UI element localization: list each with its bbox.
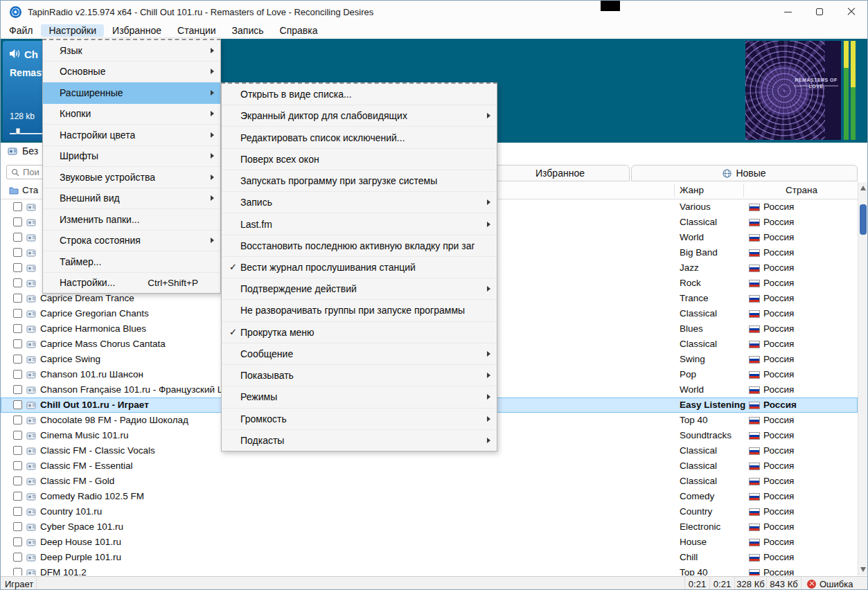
station-checkbox[interactable] [13,324,22,333]
station-row[interactable]: Cyber Space 101.ru Electronic Россия [1,519,858,535]
menubar-item[interactable]: Запись [224,24,272,37]
menu-item[interactable]: Громкость [222,409,497,430]
station-checkbox[interactable] [13,248,22,257]
station-checkbox[interactable] [13,476,22,485]
menubar-item[interactable]: Станции [170,24,224,37]
slider-thumb[interactable] [16,128,20,134]
menu-item[interactable]: Запись [222,192,497,213]
menu-item[interactable]: Не разворачивать группы при запуске прог… [222,300,497,321]
status-error[interactable]: Ошибка [801,577,867,590]
station-genre: House [680,537,707,547]
menu-item[interactable]: Last.fm [222,213,497,235]
maximize-button[interactable] [804,1,835,23]
tab-new-label: Новые [736,168,765,179]
column-header-station[interactable]: Ста [22,185,38,195]
app-icon[interactable] [10,6,21,18]
menu-item[interactable]: Показывать [222,365,497,386]
station-checkbox[interactable] [13,537,22,546]
station-checkbox[interactable] [13,553,22,562]
menu-item[interactable]: Язык [43,40,220,62]
station-country: Россия [763,369,794,379]
menu-item[interactable]: Настройки... Ctrl+Shift+P [43,273,220,294]
station-checkbox[interactable] [13,415,22,424]
menu-item[interactable]: Сообщение [222,343,497,365]
station-checkbox[interactable] [13,431,22,440]
station-checkbox[interactable] [13,217,22,226]
station-checkbox[interactable] [13,309,22,318]
title-bar[interactable]: TapinRadio v2.15.974 x64 - Chill Out 101… [1,1,867,23]
menu-item[interactable]: ✓ Прокрутка меню [222,322,497,343]
station-checkbox[interactable] [13,385,22,394]
station-row[interactable]: Country 101.ru Country Россия [1,504,858,519]
scroll-down-arrow-icon[interactable] [860,567,866,572]
station-checkbox[interactable] [13,233,22,242]
station-checkbox[interactable] [13,522,22,531]
station-country: Россия [763,491,794,501]
menubar-item[interactable]: Файл [1,24,40,37]
menu-item[interactable]: Шрифты [43,146,220,168]
menu-item[interactable]: Подкасты [222,430,497,451]
menu-item[interactable]: Подтверждение действий [222,278,497,300]
station-row[interactable]: DFM 101.2 Top 40 Россия [1,565,858,575]
station-country: Россия [763,506,794,517]
sort-option[interactable]: Без [8,145,38,157]
station-country: Россия [763,552,794,562]
station-checkbox[interactable] [13,294,22,303]
vertical-scrollbar[interactable] [858,182,868,575]
station-country: Россия [763,445,794,456]
menubar-item[interactable]: Настройки [41,24,104,37]
station-checkbox[interactable] [13,355,22,364]
station-row[interactable]: Classic FM - Gold Classical Россия [1,474,858,489]
station-checkbox[interactable] [13,278,22,287]
menu-item-label: Шрифты [60,150,98,161]
menu-item[interactable]: Кнопки [43,104,220,125]
menu-item[interactable]: Расширенные [43,82,220,104]
column-header-country[interactable]: Страна [786,185,817,195]
menu-item[interactable]: Восстановить последнюю активную вкладку … [222,235,497,257]
station-checkbox[interactable] [13,461,22,470]
station-genre: World [680,384,704,395]
column-header-genre[interactable]: Жанр [680,185,704,195]
menu-item[interactable]: Изменить папки... [43,209,220,231]
station-row[interactable]: Deep House 101.ru House Россия [1,535,858,550]
station-checkbox[interactable] [13,263,22,272]
menu-item[interactable]: Внешний вид [43,188,220,210]
menu-item-label: Поверх всех окон [240,154,319,165]
menu-item[interactable]: Поверх всех окон [222,149,497,170]
menu-item[interactable]: Настройки цвета [43,125,220,146]
scrollbar-thumb[interactable] [860,204,867,235]
vu-bar-left [844,41,849,140]
tab-new-stations[interactable]: Новые [631,165,858,181]
station-checkbox[interactable] [13,446,22,455]
menu-item[interactable]: Режимы [222,386,497,408]
station-checkbox[interactable] [13,339,22,348]
menu-item[interactable]: Строка состояния [43,231,220,252]
station-checkbox[interactable] [13,492,22,501]
menu-item[interactable]: Запускать программу при загрузке системы [222,170,497,192]
menu-item[interactable]: Открыть в виде списка... [222,84,497,105]
menubar-item[interactable]: Справка [272,24,326,37]
station-checkbox[interactable] [13,202,22,211]
station-row[interactable]: Deep Purple 101.ru Chill Россия [1,550,858,565]
station-name: Cinema Music 101.ru [40,430,129,440]
menu-item[interactable]: Редактировать список исключений... [222,127,497,148]
station-checkbox[interactable] [13,400,22,409]
close-button[interactable] [835,1,867,23]
menu-item[interactable]: Основные [43,62,220,83]
station-row[interactable]: Classic FM - Essential Classical Россия [1,458,858,474]
station-genre: Blues [680,323,703,334]
station-name: DFM 101.2 [40,567,87,575]
tab-favorites[interactable]: Избранное [490,165,630,181]
station-row[interactable]: Comedy Radio 102.5 FM Comedy Россия [1,489,858,504]
station-checkbox[interactable] [13,568,22,575]
russia-flag-icon [749,539,760,546]
menu-item[interactable]: ✓ Вести журнал прослушивания станций [222,257,497,278]
menu-item[interactable]: Звуковые устройства [43,167,220,188]
minimize-button[interactable] [772,1,804,23]
station-checkbox[interactable] [13,507,22,516]
menu-item[interactable]: Экранный диктор для слабовидящих [222,105,497,127]
menubar-item[interactable]: Избранное [105,24,169,37]
station-checkbox[interactable] [13,370,22,379]
scroll-up-arrow-icon[interactable] [860,186,866,190]
menu-item[interactable]: Таймер... [43,251,220,273]
